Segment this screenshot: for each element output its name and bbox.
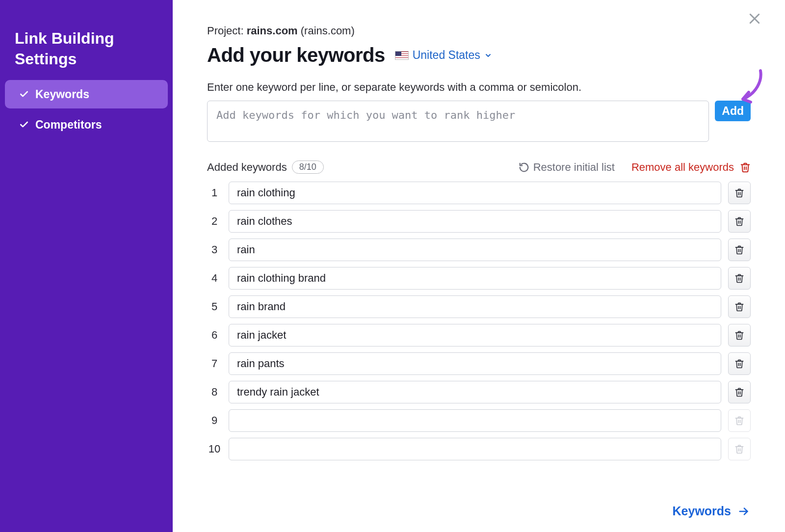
keyword-input[interactable] bbox=[229, 295, 721, 318]
next-step-label: Keywords bbox=[673, 504, 731, 518]
delete-keyword-button bbox=[728, 409, 751, 432]
sidebar-nav: KeywordsCompetitors bbox=[0, 80, 173, 139]
sidebar-item-keywords[interactable]: Keywords bbox=[5, 80, 168, 108]
sidebar: Link Building Settings KeywordsCompetito… bbox=[0, 0, 173, 532]
keyword-row: 1 bbox=[207, 182, 751, 204]
keyword-input[interactable] bbox=[229, 438, 721, 460]
check-icon bbox=[19, 119, 29, 130]
added-keywords-header: Added keywords 8/10 Restore initial list… bbox=[207, 160, 751, 174]
project-domain: (rains.com) bbox=[301, 25, 355, 37]
keyword-row-number: 1 bbox=[207, 186, 222, 199]
restore-icon bbox=[519, 162, 529, 173]
page-title: Add your keywords bbox=[207, 44, 385, 66]
add-keywords-row: Add bbox=[207, 101, 751, 142]
keyword-row: 3 bbox=[207, 239, 751, 261]
keyword-row-number: 3 bbox=[207, 243, 222, 256]
heading-row: Add your keywords United States bbox=[207, 44, 751, 66]
trash-icon bbox=[734, 245, 744, 255]
keyword-row-number: 5 bbox=[207, 300, 222, 313]
callout-arrow-icon bbox=[736, 69, 765, 109]
sidebar-item-label: Competitors bbox=[35, 118, 102, 132]
keyword-input[interactable] bbox=[229, 352, 721, 375]
keyword-input[interactable] bbox=[229, 182, 721, 204]
chevron-down-icon bbox=[484, 52, 492, 59]
country-label: United States bbox=[413, 49, 480, 62]
keyword-row: 5 bbox=[207, 295, 751, 318]
us-flag-icon bbox=[395, 51, 409, 60]
delete-keyword-button[interactable] bbox=[728, 295, 751, 318]
project-name: rains.com bbox=[247, 25, 298, 37]
project-line: Project: rains.com (rains.com) bbox=[207, 25, 751, 37]
keyword-input[interactable] bbox=[229, 409, 721, 432]
arrow-right-icon bbox=[737, 506, 751, 517]
remove-all-keywords-link[interactable]: Remove all keywords bbox=[631, 161, 751, 174]
delete-keyword-button[interactable] bbox=[728, 239, 751, 261]
close-icon bbox=[747, 11, 762, 26]
country-selector[interactable]: United States bbox=[395, 49, 492, 62]
delete-keyword-button bbox=[728, 438, 751, 460]
keyword-row: 7 bbox=[207, 352, 751, 375]
keywords-list: 12345678910 bbox=[207, 182, 751, 460]
keyword-row-number: 4 bbox=[207, 272, 222, 285]
check-icon bbox=[19, 89, 29, 100]
trash-icon bbox=[734, 302, 744, 312]
trash-icon bbox=[734, 387, 744, 397]
restore-label: Restore initial list bbox=[533, 161, 615, 174]
keyword-row-number: 2 bbox=[207, 215, 222, 228]
project-prefix: Project: bbox=[207, 25, 247, 37]
trash-icon bbox=[734, 216, 744, 226]
sidebar-item-label: Keywords bbox=[35, 88, 89, 101]
keyword-row-number: 7 bbox=[207, 357, 222, 370]
restore-initial-list-link[interactable]: Restore initial list bbox=[519, 161, 615, 174]
keyword-row-number: 10 bbox=[207, 443, 222, 455]
trash-icon bbox=[740, 162, 751, 173]
trash-icon bbox=[734, 273, 744, 283]
keyword-input[interactable] bbox=[229, 381, 721, 403]
remove-all-label: Remove all keywords bbox=[631, 161, 734, 174]
keyword-row: 9 bbox=[207, 409, 751, 432]
trash-icon bbox=[734, 188, 744, 198]
sidebar-item-competitors[interactable]: Competitors bbox=[5, 110, 168, 139]
keyword-row: 8 bbox=[207, 381, 751, 403]
delete-keyword-button[interactable] bbox=[728, 182, 751, 204]
main-panel: Project: rains.com (rains.com) Add your … bbox=[173, 0, 785, 532]
trash-icon bbox=[734, 330, 744, 340]
keyword-input[interactable] bbox=[229, 324, 721, 346]
next-step-link[interactable]: Keywords bbox=[673, 504, 751, 518]
keyword-input[interactable] bbox=[229, 239, 721, 261]
delete-keyword-button[interactable] bbox=[728, 267, 751, 290]
delete-keyword-button[interactable] bbox=[728, 324, 751, 346]
delete-keyword-button[interactable] bbox=[728, 381, 751, 403]
keyword-row-number: 6 bbox=[207, 329, 222, 342]
keyword-row-number: 9 bbox=[207, 414, 222, 427]
sidebar-title: Link Building Settings bbox=[0, 28, 173, 78]
keywords-count-badge: 8/10 bbox=[292, 160, 324, 174]
keyword-row: 4 bbox=[207, 267, 751, 290]
delete-keyword-button[interactable] bbox=[728, 210, 751, 233]
keywords-textarea[interactable] bbox=[207, 101, 709, 142]
trash-icon bbox=[734, 444, 744, 454]
delete-keyword-button[interactable] bbox=[728, 352, 751, 375]
trash-icon bbox=[734, 359, 744, 369]
instructions-text: Enter one keyword per line, or separate … bbox=[207, 81, 751, 94]
keyword-row: 10 bbox=[207, 438, 751, 460]
keyword-row: 2 bbox=[207, 210, 751, 233]
keyword-input[interactable] bbox=[229, 267, 721, 290]
keyword-row-number: 8 bbox=[207, 386, 222, 399]
trash-icon bbox=[734, 416, 744, 426]
close-button[interactable] bbox=[745, 9, 764, 28]
added-keywords-label: Added keywords bbox=[207, 161, 287, 174]
keyword-row: 6 bbox=[207, 324, 751, 346]
keyword-input[interactable] bbox=[229, 210, 721, 233]
